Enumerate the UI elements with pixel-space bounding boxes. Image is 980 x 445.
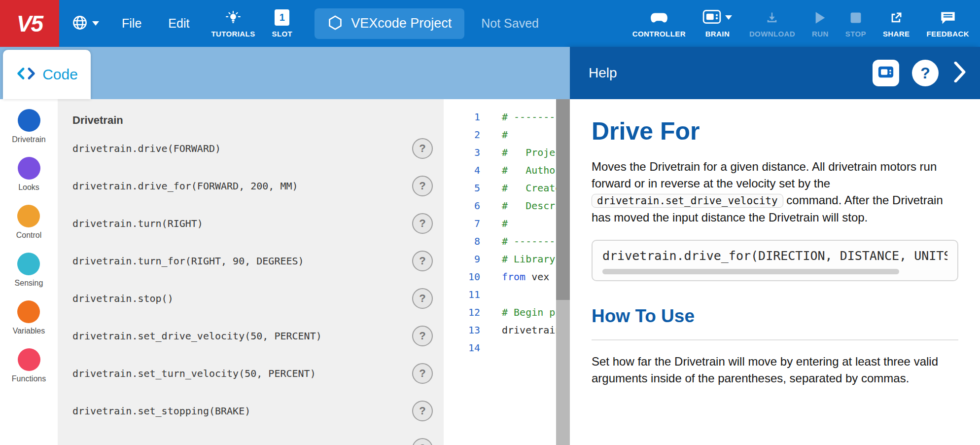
command-row[interactable]: drivetrain.set_drive_velocity(50, PERCEN… [58,317,444,355]
control-category-icon[interactable] [17,205,40,227]
command-panel-header: Drivetrain [72,114,444,127]
share-label: SHARE [883,30,910,38]
command-help-button[interactable]: ? [412,326,433,346]
tutorials-label: TUTORIALS [211,30,255,38]
category-variables[interactable]: Variables [13,300,45,335]
globe-icon [72,15,88,33]
command-help-button[interactable]: ? [412,401,433,421]
category-label: Looks [18,183,39,192]
line-code: # Project: [502,144,556,161]
sensing-category-icon[interactable] [17,253,40,275]
command-row[interactable]: drivetrain.drive_for(FORWARD, 200, MM)? [58,167,444,205]
slot-number: 1 [280,12,285,23]
help-panel: Help ? [570,47,980,445]
brain-icon [877,65,894,81]
command-text: drivetrain.set_drive_velocity(50, PERCEN… [72,330,322,342]
share-icon [889,9,904,26]
share-button[interactable]: SHARE [875,0,918,47]
edit-menu[interactable]: Edit [155,0,203,47]
editor-scrollbar[interactable] [556,99,570,445]
line-number: 5 [444,179,480,197]
command-row[interactable]: ? [58,430,444,445]
download-icon [765,9,779,26]
brain-button[interactable]: BRAIN [694,0,741,47]
tab-code[interactable]: Code [3,50,91,99]
line-code: drivetrain [502,321,556,339]
help-header-actions: ? [873,60,968,86]
file-menu[interactable]: File [108,0,155,47]
chevron-down-icon [92,19,100,28]
command-help-button[interactable]: ? [412,138,433,159]
looks-category-icon[interactable] [18,157,40,180]
line-number: 3 [444,144,480,161]
command-row[interactable]: drivetrain.stop()? [58,280,444,317]
line-code: # Author: [502,161,556,179]
save-status: Not Saved [481,16,539,31]
project-title-box[interactable]: VEXcode Project [315,8,464,39]
slot-button[interactable]: 1 SLOT [264,0,301,47]
workspace-column: Code DrivetrainLooksControlSensingVariab… [0,47,570,445]
command-help-button[interactable]: ? [412,251,433,271]
language-menu[interactable] [63,0,108,47]
category-label: Functions [12,374,46,383]
line-code: # [502,215,514,232]
chevron-down-icon [725,13,733,22]
feedback-label: FEEDBACK [926,30,969,38]
file-menu-label: File [122,16,141,31]
command-help-button[interactable]: ? [412,288,433,309]
category-functions[interactable]: Functions [12,348,46,383]
command-row[interactable]: drivetrain.drive(FORWARD)? [58,130,444,167]
command-row[interactable]: drivetrain.set_stopping(BRAKE)? [58,392,444,430]
category-control[interactable]: Control [16,205,42,240]
functions-category-icon[interactable] [18,348,40,371]
editor-scrollbar-thumb[interactable] [556,99,570,300]
command-row[interactable]: drivetrain.set_turn_velocity(50, PERCENT… [58,355,444,392]
brain-icon [702,9,721,26]
how-to-use-text: Set how far the Drivetrain will move by … [592,353,958,387]
brain-label: BRAIN [705,30,730,38]
brain-help-button[interactable] [873,60,899,86]
command-text: drivetrain.turn_for(RIGHT, 90, DEGREES) [72,255,304,267]
code-line: 6# Description: [444,197,556,215]
slot-label: SLOT [272,30,293,38]
command-row[interactable]: drivetrain.turn(RIGHT)? [58,205,444,242]
help-panel-title: Help [589,65,617,81]
line-number: 7 [444,215,480,232]
line-code: # --------------------------------------… [502,108,556,126]
help-button[interactable]: ? [912,60,939,86]
code-tab-label: Code [42,66,78,83]
stop-button[interactable]: STOP [837,0,875,47]
command-text: drivetrain.drive_for(FORWARD, 200, MM) [72,180,298,192]
command-help-button[interactable]: ? [412,176,433,196]
tutorials-button[interactable]: TUTORIALS [203,0,263,47]
drivetrain-category-icon[interactable] [18,109,40,132]
main-area: Code DrivetrainLooksControlSensingVariab… [0,47,980,445]
command-help-button[interactable]: ? [412,438,433,445]
category-sensing[interactable]: Sensing [15,253,43,288]
category-drivetrain[interactable]: Drivetrain [12,109,45,144]
command-row[interactable]: drivetrain.turn_for(RIGHT, 90, DEGREES)? [58,242,444,280]
vex-v5-logo[interactable]: V5 [0,0,59,47]
project-title: VEXcode Project [351,16,452,31]
collapse-panel-button[interactable] [951,60,968,86]
code-line: 12# Begin project code [444,303,556,321]
controller-label: CONTROLLER [632,30,686,38]
topbar-spacer [539,0,624,47]
download-button[interactable]: DOWNLOAD [741,0,804,47]
slot-icon: 1 [275,9,289,26]
variables-category-icon[interactable] [17,300,40,323]
line-number: 12 [444,303,480,321]
feedback-icon [940,9,956,26]
code-line: 14 [444,339,556,357]
category-looks[interactable]: Looks [18,157,40,192]
controller-button[interactable]: CONTROLLER [624,0,694,47]
command-help-button[interactable]: ? [412,363,433,384]
category-label: Control [16,231,42,240]
feedback-button[interactable]: FEEDBACK [918,0,980,47]
code-editor[interactable]: 1# -------------------------------------… [444,99,556,445]
line-number: 1 [444,108,480,126]
command-help-button[interactable]: ? [412,213,433,234]
code-example-scrollbar[interactable] [602,269,899,274]
run-button[interactable]: RUN [804,0,837,47]
help-panel-header: Help ? [570,47,980,99]
